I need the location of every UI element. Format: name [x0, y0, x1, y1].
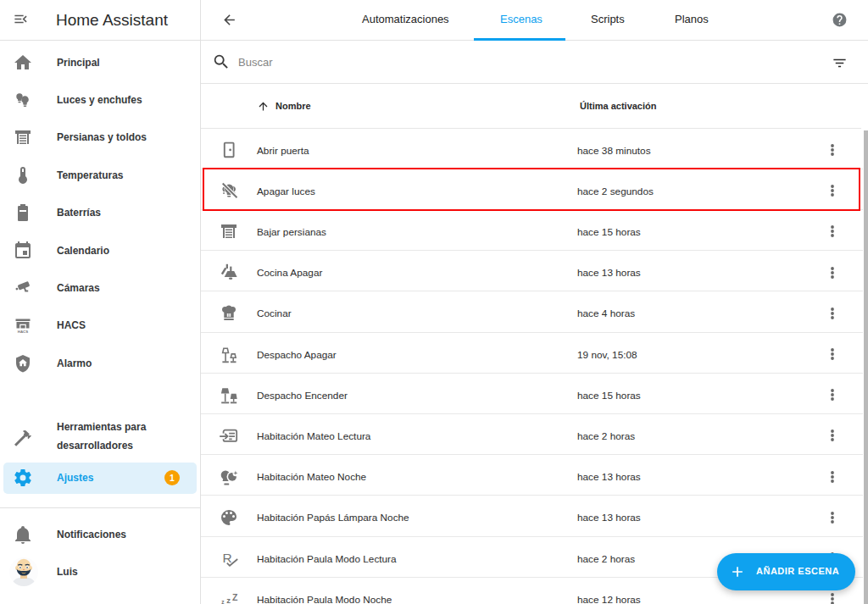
svg-text:HACS: HACS — [18, 330, 29, 334]
svg-text:Z: Z — [232, 592, 238, 602]
svg-text:R: R — [222, 551, 231, 565]
svg-text:z: z — [221, 599, 225, 604]
svg-text:z: z — [226, 596, 231, 604]
